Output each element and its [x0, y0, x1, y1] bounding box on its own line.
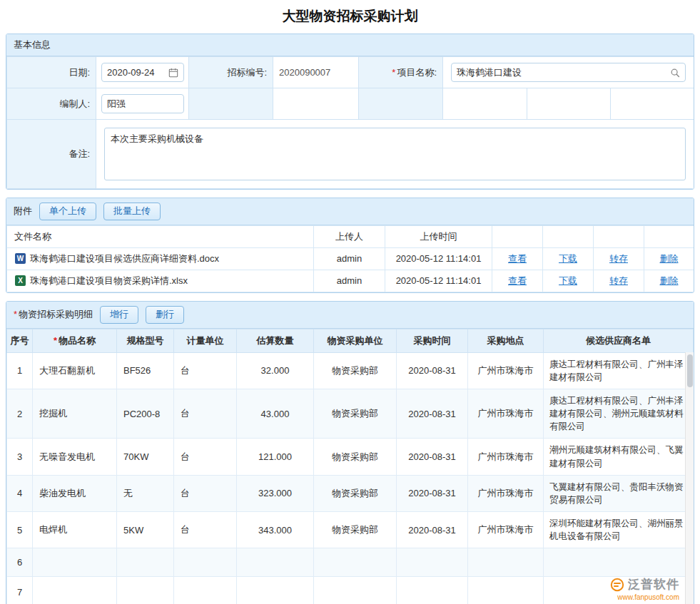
cell-time: 2020-08-31 — [397, 511, 468, 548]
cell-qty: 32.000 — [237, 352, 314, 389]
date-input[interactable]: 2020-09-24 — [101, 63, 184, 82]
uploader-cell: admin — [314, 270, 385, 292]
empty-label-cell — [359, 88, 443, 120]
col-header-unit: 计量单位 — [174, 329, 237, 352]
cell-name: 无噪音发电机 — [33, 439, 117, 475]
empty-value-cell — [443, 88, 527, 120]
detail-table: 序号 *物品名称 规格型号 计量单位 估算数量 物资采购单位 采购时间 采购地点… — [6, 329, 694, 604]
cell-no: 5 — [7, 511, 33, 548]
col-header-qty: 估算数量 — [237, 329, 314, 352]
single-upload-button[interactable]: 单个上传 — [39, 203, 96, 220]
cell-no: 7 — [7, 577, 33, 604]
calendar-icon[interactable] — [168, 68, 178, 78]
table-row[interactable]: 6 — [7, 548, 694, 577]
remark-label: 备注: — [7, 120, 96, 189]
delete-link[interactable]: 删除 — [660, 252, 679, 265]
col-header-action — [543, 225, 594, 247]
cell-place — [468, 577, 544, 604]
detail-header-row: 序号 *物品名称 规格型号 计量单位 估算数量 物资采购单位 采购时间 采购地点… — [7, 329, 694, 352]
attachments-table: 文件名称 上传人 上传时间 W 珠海鹤港口建设项目候选供应商详细资料.docx … — [6, 225, 694, 292]
cell-unit: 台 — [174, 475, 237, 511]
fanpu-logo-icon — [610, 578, 624, 592]
attachment-row: X 珠海鹤港口建设项目物资采购详情.xlsx admin 2020-05-12 … — [7, 270, 694, 292]
cell-qty — [237, 577, 314, 604]
cell-time: 2020-08-31 — [397, 389, 468, 439]
transfer-link[interactable]: 转存 — [609, 252, 628, 265]
cell-suppliers: 深圳环能建材有限公司、湖州丽景机电设备有限公司 — [544, 511, 694, 548]
vertical-scrollbar-thumb[interactable] — [687, 354, 693, 387]
author-value: 阳强 — [107, 98, 126, 111]
table-row[interactable]: 7 — [7, 577, 694, 604]
cell-unit: 台 — [174, 439, 237, 475]
table-row[interactable]: 4 柴油发电机 无 台 323.000 物资采购部 2020-08-31 广州市… — [7, 475, 694, 511]
col-header-no: 序号 — [7, 329, 33, 352]
project-label: 项目名称: — [397, 67, 437, 78]
col-header-name: *物品名称 — [33, 329, 117, 352]
brand-url: www.fanpusoft.com — [610, 593, 679, 601]
attachments-header: 附件 单个上传 批量上传 — [6, 198, 694, 225]
col-header-uploader: 上传人 — [314, 225, 385, 247]
required-asterisk: * — [54, 335, 57, 346]
uploader-cell: admin — [314, 247, 385, 270]
cell-no: 1 — [7, 352, 33, 389]
empty-label-cell — [189, 88, 273, 120]
cell-place: 广州市珠海市 — [468, 389, 544, 439]
file-name: 珠海鹤港口建设项目物资采购详情.xlsx — [30, 275, 188, 287]
detail-header: *物资招标采购明细 增行 删行 — [6, 302, 694, 329]
table-row[interactable]: 1 大理石翻新机 BF526 台 32.000 物资采购部 2020-08-31… — [7, 352, 694, 389]
delete-row-button[interactable]: 删行 — [146, 306, 184, 324]
empty-value-cell — [611, 88, 694, 120]
cell-suppliers: 康达工程材料有限公司、广州丰泽建材有限公司 — [544, 352, 694, 389]
download-link[interactable]: 下载 — [559, 252, 577, 265]
cell-qty: 121.000 — [237, 439, 314, 475]
cell-time: 2020-08-31 — [397, 439, 468, 475]
add-row-button[interactable]: 增行 — [100, 306, 138, 324]
cell-no: 6 — [7, 548, 33, 577]
search-icon[interactable] — [670, 68, 680, 78]
author-input[interactable]: 阳强 — [101, 94, 184, 113]
project-cell: 珠海鹤港口建设 — [443, 57, 694, 88]
cell-suppliers: 康达工程材料有限公司、广州丰泽建材有限公司、潮州元顺建筑材料有限公司 — [544, 389, 694, 439]
col-header-place: 采购地点 — [468, 329, 544, 352]
cell-name — [33, 577, 117, 604]
download-link[interactable]: 下载 — [559, 275, 577, 287]
cell-dept: 物资采购部 — [314, 389, 397, 439]
page-title: 大型物资招标采购计划 — [6, 0, 694, 34]
cell-time — [397, 548, 468, 577]
view-link[interactable]: 查看 — [508, 252, 527, 265]
table-row[interactable]: 3 无噪音发电机 70KW 台 121.000 物资采购部 2020-08-31… — [7, 439, 694, 475]
col-header-time: 采购时间 — [397, 329, 468, 352]
attachment-row: W 珠海鹤港口建设项目候选供应商详细资料.docx admin 2020-05-… — [7, 247, 694, 270]
cell-name: 电焊机 — [33, 511, 117, 548]
batch-upload-button[interactable]: 批量上传 — [103, 203, 161, 220]
transfer-link[interactable]: 转存 — [609, 275, 628, 287]
view-link[interactable]: 查看 — [508, 275, 527, 287]
table-row[interactable]: 5 电焊机 5KW 台 343.000 物资采购部 2020-08-31 广州市… — [7, 511, 694, 548]
file-name: 珠海鹤港口建设项目候选供应商详细资料.docx — [30, 252, 219, 265]
remark-textarea[interactable]: 本次主要采购机械设备 — [104, 128, 686, 180]
project-name-input[interactable]: 珠海鹤港口建设 — [451, 63, 686, 82]
file-name-cell: X 珠海鹤港口建设项目物资采购详情.xlsx — [7, 270, 314, 292]
cell-dept — [314, 548, 397, 577]
cell-model: 70KW — [117, 439, 174, 475]
upload-time-cell: 2020-05-12 11:14:01 — [385, 247, 492, 270]
cell-qty — [237, 548, 314, 577]
cell-unit: 台 — [174, 389, 237, 439]
cell-dept: 物资采购部 — [314, 439, 397, 475]
empty-value-cell — [527, 88, 611, 120]
basic-info-header: 基本信息 — [6, 34, 694, 56]
cell-place — [468, 548, 544, 577]
cell-place: 广州市珠海市 — [468, 439, 544, 475]
delete-link[interactable]: 删除 — [660, 275, 679, 287]
bid-no-value: 2020090007 — [273, 57, 359, 88]
col-header-upload-time: 上传时间 — [385, 225, 492, 247]
cell-no: 2 — [7, 389, 33, 439]
page: 大型物资招标采购计划 基本信息 日期: 2020-09-24 — [0, 0, 700, 604]
col-header-action — [644, 225, 694, 247]
cell-model: 无 — [117, 475, 174, 511]
table-row[interactable]: 2 挖掘机 PC200-8 台 43.000 物资采购部 2020-08-31 … — [7, 389, 694, 439]
brand-name: 泛普软件 — [628, 576, 679, 593]
vertical-scrollbar[interactable] — [685, 352, 694, 604]
bid-no-label: 招标编号: — [189, 57, 273, 88]
col-header-suppliers: 候选供应商名单 — [544, 329, 694, 352]
